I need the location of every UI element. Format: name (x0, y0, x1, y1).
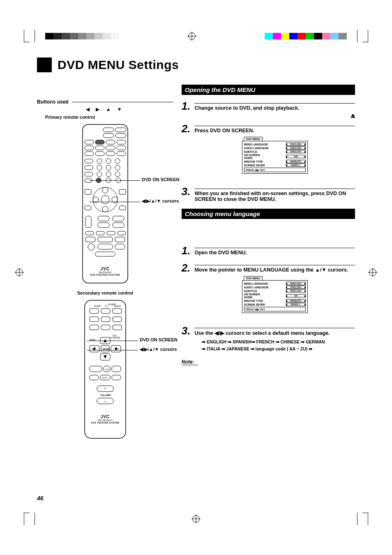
jvc-logo: JVC (37, 415, 173, 419)
svg-rect-56 (98, 244, 113, 249)
svg-rect-61 (101, 309, 110, 313)
page-number: 46 (37, 495, 44, 502)
svg-rect-86 (90, 366, 102, 372)
svg-rect-90 (90, 375, 99, 380)
svg-rect-66 (90, 325, 99, 330)
cursor-arrows-label: ◀ ▶ ▲ ▼ (37, 106, 173, 112)
primary-remote-label: Primary remote control (45, 115, 173, 120)
svg-rect-17 (85, 159, 93, 163)
svg-text:POWER: POWER (108, 303, 116, 306)
print-marks-top (0, 28, 392, 44)
svg-rect-9 (85, 146, 94, 150)
svg-rect-47 (113, 223, 124, 228)
svg-rect-51 (118, 231, 126, 235)
title-block-icon (37, 58, 52, 72)
svg-rect-41 (85, 206, 91, 210)
buttons-used-label: Buttons used (37, 99, 69, 105)
svg-text:ON SCREEN: ON SCREEN (109, 337, 120, 339)
dvd-menu-table: DVD MENU MENU LANGUAGEENGLISH AUDIO LANG… (242, 137, 308, 174)
svg-rect-68 (113, 325, 122, 330)
callout-cursors: ◀/▶/▲/▼ cursors (140, 347, 177, 352)
svg-rect-4 (115, 134, 126, 138)
svg-rect-60 (90, 309, 99, 313)
svg-text:TV: TV (105, 305, 108, 307)
registration-mark-icon (369, 269, 376, 276)
dvd-menu-table: DVD MENU MENU LANGUAGEENGLISH AUDIO LANG… (242, 276, 308, 313)
registration-mark-icon (188, 32, 196, 40)
registration-mark-icon (16, 269, 23, 276)
page-title-bar: DVD MENU Settings (37, 58, 355, 72)
svg-rect-54 (115, 237, 125, 242)
step-number: 3 (182, 325, 191, 336)
svg-rect-11 (106, 146, 115, 150)
svg-text:−: − (104, 399, 106, 403)
svg-rect-49 (96, 231, 104, 235)
svg-rect-88 (112, 366, 121, 372)
svg-point-23 (106, 165, 111, 170)
step-number: 2 (182, 263, 191, 273)
svg-rect-13 (85, 152, 94, 156)
svg-text:PLAY: PLAY (105, 368, 109, 371)
svg-text:VOLUME: VOLUME (100, 394, 111, 396)
callout-cursors: ◀/▶/▲/▼ cursors (142, 198, 179, 204)
svg-point-20 (115, 159, 120, 164)
step-text: Open the DVD MENU. (194, 250, 247, 256)
svg-text:SETUP: SETUP (102, 377, 108, 379)
svg-rect-42 (119, 206, 126, 210)
theater-system-label: DVD THEATER SYSYTEM (37, 274, 173, 276)
step-number: 1 (182, 245, 191, 256)
svg-rect-62 (113, 309, 122, 313)
secondary-remote-label: Secondary remote control (37, 290, 173, 295)
svg-rect-92 (112, 375, 121, 380)
svg-rect-10 (95, 146, 104, 150)
svg-rect-8 (117, 140, 126, 144)
svg-rect-65 (113, 317, 122, 322)
divider-line (72, 102, 173, 102)
primary-remote-illustration (81, 124, 130, 284)
step-text: Press DVD ON SCREEN. (194, 128, 254, 134)
registration-mark-icon (192, 515, 200, 523)
svg-text:+: + (104, 387, 106, 391)
svg-rect-40 (119, 189, 126, 194)
svg-point-22 (97, 165, 102, 170)
svg-rect-14 (95, 152, 104, 156)
svg-rect-7 (106, 140, 115, 144)
svg-rect-44 (98, 216, 109, 221)
svg-rect-50 (107, 231, 115, 235)
svg-rect-43 (85, 216, 91, 228)
svg-rect-46 (113, 216, 124, 221)
svg-rect-48 (85, 231, 94, 235)
svg-rect-12 (117, 146, 126, 150)
svg-point-18 (97, 159, 102, 164)
svg-rect-39 (85, 189, 91, 194)
svg-point-35 (102, 187, 108, 193)
section-choosing-menu-language: Choosing menu language (182, 209, 355, 219)
svg-text:SLEEP: SLEEP (94, 305, 101, 307)
svg-rect-6 (95, 140, 104, 144)
svg-rect-53 (98, 237, 113, 242)
svg-rect-15 (106, 152, 115, 156)
svg-rect-58 (95, 252, 115, 256)
theater-system-label: DVD THEATER SYSTEM (37, 421, 173, 424)
step-text: Use the ◀/▶ cursors to select a default … (194, 330, 330, 336)
svg-rect-67 (101, 325, 110, 330)
callout-dvd-on-screen: DVD ON SCREEN (142, 177, 180, 182)
svg-rect-63 (90, 317, 99, 322)
jvc-logo: JVC (37, 267, 173, 271)
svg-rect-5 (85, 140, 94, 144)
step-number: 1 (182, 101, 191, 111)
svg-rect-21 (85, 166, 93, 170)
section-opening-dvd-menu: Opening the DVD MENU (182, 85, 355, 95)
grayscale-bar (45, 33, 119, 39)
svg-point-19 (106, 159, 111, 164)
svg-point-24 (115, 165, 120, 170)
svg-rect-3 (103, 134, 114, 138)
step-text: Move the pointer to MENU LANGUAGE using … (194, 267, 348, 273)
svg-point-28 (115, 172, 120, 177)
color-bar (265, 33, 347, 39)
print-marks-bottom (0, 511, 392, 527)
svg-point-34 (101, 196, 109, 204)
svg-point-55 (88, 244, 95, 250)
svg-rect-45 (98, 223, 109, 228)
svg-rect-1 (103, 128, 114, 132)
